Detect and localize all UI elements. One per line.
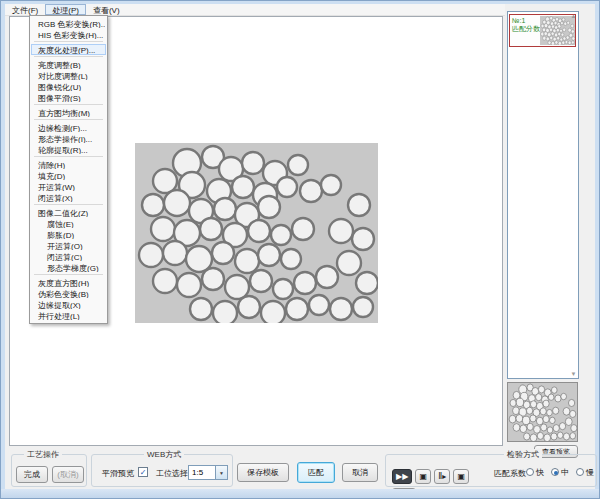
menu-bar-item[interactable]: 查看(V) bbox=[86, 4, 127, 15]
menu-item-label: 形态学梯度(G) bbox=[47, 264, 99, 273]
menu-item[interactable]: 伪彩色变换(B) bbox=[31, 288, 106, 299]
menu-item-label: 图像锐化(U) bbox=[38, 83, 81, 92]
inspect-mode-group: 检验方式 ▶▶ ▣ Ⅱ▸ ▣ 运行 匹配系数 快中慢 bbox=[385, 454, 597, 487]
menu-item[interactable]: 图像平滑(S) bbox=[31, 92, 106, 103]
speed-radio-label: 慢 bbox=[586, 468, 594, 477]
radio-icon bbox=[526, 468, 534, 476]
menu-item-label: 图像二值化(Z) bbox=[38, 209, 88, 218]
menu-item[interactable]: HIS 色彩变换(H)... bbox=[31, 29, 106, 40]
menu-item[interactable]: 亮度调整(B) bbox=[31, 59, 106, 70]
radio-icon bbox=[576, 468, 584, 476]
scroll-up-icon[interactable]: ▲ bbox=[570, 13, 577, 19]
nav-button[interactable]: ▣ bbox=[453, 469, 469, 484]
menu-item-label: 膨胀(D) bbox=[47, 231, 74, 240]
process-dropdown-menu: RGB 色彩变换(R)... HIS 色彩变换(H)... 灰度化处理(P)..… bbox=[29, 15, 108, 324]
menu-item[interactable]: 边缘检测(F)... bbox=[31, 122, 106, 133]
radio-icon bbox=[551, 468, 559, 476]
menu-separator bbox=[31, 273, 106, 277]
menu-item[interactable]: 图像二值化(Z) bbox=[31, 207, 106, 218]
match-item-score-label: 匹配分数 bbox=[512, 25, 540, 33]
menu-item-label: 闭运算(X) bbox=[38, 194, 73, 203]
menu-bar-item-label: 处理(P) bbox=[52, 5, 79, 16]
menu-item[interactable]: 填充(D) bbox=[31, 170, 106, 181]
process-group-caption: 工艺操作 bbox=[24, 449, 62, 460]
menu-item-label: 开运算(O) bbox=[47, 242, 83, 251]
menu-separator bbox=[31, 40, 106, 44]
menu-item[interactable]: 闭运算(X) bbox=[31, 192, 106, 203]
scroll-down-icon[interactable]: ▼ bbox=[570, 371, 577, 377]
menu-bar-item-label: 查看(V) bbox=[93, 5, 120, 16]
match-item-number: №:1 bbox=[512, 17, 540, 25]
web-mode-group: WEB方式 平滑预览 ✓ 工位选择: 1:5 ▼ bbox=[91, 454, 233, 487]
match-list-item[interactable]: №:1 匹配分数 bbox=[509, 14, 576, 47]
menu-item-label: RGB 色彩变换(R)... bbox=[38, 20, 106, 29]
done-button[interactable]: 完成 bbox=[16, 466, 48, 483]
menu-item[interactable]: 灰度化处理(P)... bbox=[31, 44, 106, 55]
speed-radio-1[interactable]: 中 bbox=[551, 467, 569, 478]
menu-item[interactable]: 对比度调整(L) bbox=[31, 70, 106, 81]
specimen-image bbox=[135, 143, 378, 323]
menu-item-label: 图像平滑(S) bbox=[38, 94, 81, 103]
menu-item-label: 灰度化处理(P)... bbox=[38, 46, 95, 55]
match-button[interactable]: 匹配 bbox=[297, 462, 335, 483]
menu-item-label: 亮度调整(B) bbox=[38, 61, 81, 70]
match-item-thumbnail bbox=[540, 16, 575, 45]
speed-radio-label: 快 bbox=[536, 468, 544, 477]
nav-button-icon: ▣ bbox=[420, 472, 428, 481]
menu-item[interactable]: 图像锐化(U) bbox=[31, 81, 106, 92]
menu-item-label: HIS 色彩变换(H)... bbox=[38, 31, 103, 40]
menu-item[interactable]: 清除(H) bbox=[31, 159, 106, 170]
app-window: 文件(F) 处理(P) 查看(V) RGB 色彩变换(R)... HIS 色彩变… bbox=[0, 0, 600, 499]
menu-item[interactable]: 轮廓提取(R)... bbox=[31, 144, 106, 155]
menu-bar-item[interactable]: 文件(F) bbox=[5, 4, 45, 15]
smooth-preview-checkbox[interactable]: ✓ bbox=[138, 467, 148, 477]
menu-item[interactable]: 直方图均衡(M) bbox=[31, 107, 106, 118]
menu-separator bbox=[31, 55, 106, 59]
window-border-left bbox=[1, 1, 5, 499]
menu-item-label: 对比度调整(L) bbox=[38, 72, 88, 81]
menu-item-label: 并行处理(L) bbox=[38, 312, 80, 321]
menu-item[interactable]: 闭运算(C) bbox=[31, 251, 106, 262]
menu-item-label: 闭运算(C) bbox=[47, 253, 82, 262]
menu-item[interactable]: 并行处理(L) bbox=[31, 310, 106, 321]
nav-button[interactable]: Ⅱ▸ bbox=[434, 469, 450, 484]
preview-thumbnail bbox=[507, 382, 578, 442]
menu-item[interactable]: 灰度直方图(H) bbox=[31, 277, 106, 288]
menu-item[interactable]: 膨胀(D) bbox=[31, 229, 106, 240]
smooth-preview-label: 平滑预览 bbox=[102, 468, 134, 479]
stop-button[interactable]: (取消) bbox=[52, 466, 84, 483]
save-template-button[interactable]: 保存模板 bbox=[237, 463, 289, 482]
menu-item-label: 伪彩色变换(B) bbox=[38, 290, 89, 299]
menu-item[interactable]: RGB 色彩变换(R)... bbox=[31, 18, 106, 29]
combo-dropdown-icon[interactable]: ▼ bbox=[215, 466, 227, 479]
menu-item[interactable]: 开运算(O) bbox=[31, 240, 106, 251]
station-select-combo[interactable]: 1:5 ▼ bbox=[188, 465, 228, 480]
menu-item[interactable]: 开运算(W) bbox=[31, 181, 106, 192]
menu-item-label: 清除(H) bbox=[38, 161, 65, 170]
menu-item-label: 腐蚀(E) bbox=[47, 220, 74, 229]
cancel-button[interactable]: 取消 bbox=[342, 463, 378, 482]
nav-button[interactable]: ▣ bbox=[415, 469, 431, 484]
window-border-right bbox=[595, 1, 599, 499]
window-border-bottom bbox=[1, 489, 600, 499]
nav-button-row: ▶▶ ▣ Ⅱ▸ ▣ 运行 bbox=[392, 465, 492, 480]
nav-button-icon: ▶▶ bbox=[396, 472, 408, 481]
nav-button[interactable]: ▶▶ bbox=[392, 469, 412, 484]
station-select-label: 工位选择: bbox=[156, 468, 190, 479]
match-item-text: №:1 匹配分数 bbox=[510, 15, 540, 46]
nav-button-icon: ▣ bbox=[458, 472, 466, 481]
menu-item-label: 边缘检测(F)... bbox=[38, 124, 87, 133]
speed-radio-2[interactable]: 慢 bbox=[576, 467, 594, 478]
menu-separator bbox=[31, 103, 106, 107]
process-operation-group: 工艺操作 完成 (取消) bbox=[11, 454, 87, 487]
menu-bar-item-label: 文件(F) bbox=[12, 5, 38, 16]
menu-bar-item[interactable]: 处理(P) bbox=[45, 4, 86, 15]
speed-radio-0[interactable]: 快 bbox=[526, 467, 544, 478]
menu-item[interactable]: 形态学操作(I)... bbox=[31, 133, 106, 144]
menu-item[interactable]: 形态学梯度(G) bbox=[31, 262, 106, 273]
match-result-listbox[interactable]: №:1 匹配分数 ▲ ▼ bbox=[507, 11, 579, 379]
menu-item[interactable]: 边缘提取(X) bbox=[31, 299, 106, 310]
menu-item[interactable]: 腐蚀(E) bbox=[31, 218, 106, 229]
menu-item-label: 直方图均衡(M) bbox=[38, 109, 90, 118]
menu-separator bbox=[31, 118, 106, 122]
